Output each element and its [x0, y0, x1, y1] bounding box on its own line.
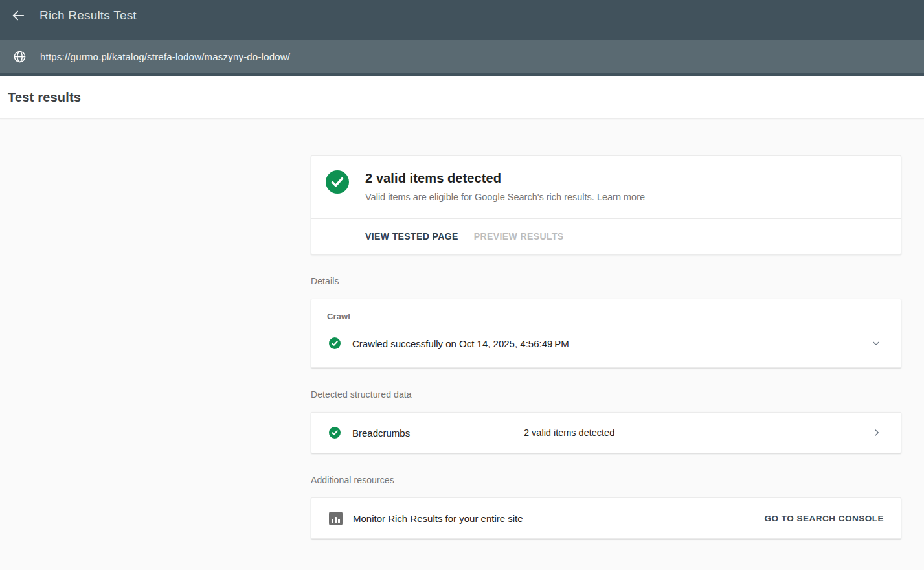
globe-icon	[6, 43, 32, 69]
monitor-rich-results-row: Monitor Rich Results for your entire sit…	[311, 498, 901, 538]
page-title: Test results	[8, 90, 81, 105]
learn-more-link[interactable]: Learn more	[597, 192, 645, 202]
result-actions: VIEW TESTED PAGE PREVIEW RESULTS	[311, 219, 901, 254]
view-tested-page-button[interactable]: VIEW TESTED PAGE	[365, 227, 458, 245]
app-header: Rich Results Test https://gurmo.pl/katal…	[0, 0, 924, 76]
structured-data-section-label: Detected structured data	[311, 389, 901, 400]
top-toolbar: Rich Results Test	[0, 0, 924, 31]
check-circle-icon	[326, 170, 349, 194]
url-bar[interactable]: https://gurmo.pl/katalog/strefa-lodow/ma…	[0, 40, 924, 73]
structured-data-status: 2 valid items detected	[524, 428, 614, 438]
structured-data-card: Breadcrumbs 2 valid items detected	[311, 412, 901, 453]
structured-data-type: Breadcrumbs	[352, 428, 410, 439]
crawl-details-card: Crawl Crawled successfully on Oct 14, 20…	[311, 299, 901, 368]
chevron-right-icon	[872, 428, 881, 437]
crawl-status-text: Crawled successfully on Oct 14, 2025, 4:…	[352, 338, 569, 349]
crawl-status-row[interactable]: Crawled successfully on Oct 14, 2025, 4:…	[327, 337, 885, 349]
back-arrow-icon	[11, 8, 25, 23]
crawl-label: Crawl	[327, 312, 885, 321]
go-to-search-console-button[interactable]: GO TO SEARCH CONSOLE	[764, 514, 884, 523]
result-summary-card: 2 valid items detected Valid items are e…	[311, 155, 901, 255]
back-button[interactable]	[5, 3, 31, 28]
details-section-label: Details	[311, 276, 901, 286]
bar-chart-icon	[329, 512, 343, 525]
app-title: Rich Results Test	[39, 8, 137, 23]
result-summary: 2 valid items detected Valid items are e…	[311, 156, 901, 218]
check-circle-icon	[329, 427, 341, 439]
result-subtext: Valid items are eligible for Google Sear…	[365, 192, 645, 202]
content-area: 2 valid items detected Valid items are e…	[0, 119, 924, 570]
preview-results-button: PREVIEW RESULTS	[474, 227, 564, 245]
additional-resources-card: Monitor Rich Results for your entire sit…	[311, 497, 901, 539]
page-heading-bar: Test results	[0, 76, 924, 119]
tested-url: https://gurmo.pl/katalog/strefa-lodow/ma…	[40, 51, 290, 62]
check-circle-icon	[329, 337, 341, 349]
additional-resources-section-label: Additional resources	[311, 475, 901, 485]
monitor-rich-results-label: Monitor Rich Results for your entire sit…	[353, 513, 523, 524]
structured-data-row-breadcrumbs[interactable]: Breadcrumbs 2 valid items detected	[311, 413, 901, 453]
chevron-down-icon[interactable]	[872, 339, 881, 348]
result-headline: 2 valid items detected	[365, 171, 645, 186]
